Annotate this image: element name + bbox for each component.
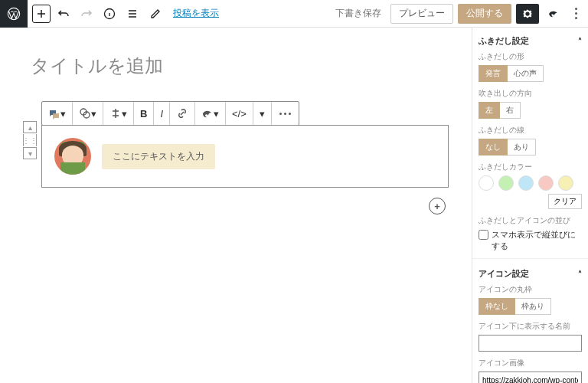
main-area: タイトルを追加 ▴ ⋮⋮ ▾ ▾ ▾ ▾ B I ▾ </> ▾: [0, 28, 588, 383]
wordpress-logo[interactable]: [0, 0, 28, 28]
color-swatch[interactable]: [518, 175, 534, 191]
color-swatch[interactable]: [538, 175, 554, 191]
shape-segmented: 発言 心の声: [479, 65, 582, 82]
block-type-icon[interactable]: ▾: [42, 102, 73, 125]
insert-block-button[interactable]: +: [429, 198, 446, 214]
panel-title: アイコン設定: [479, 268, 529, 280]
align-checkbox[interactable]: [479, 230, 488, 240]
move-up-button[interactable]: ▴: [23, 121, 37, 133]
editor-canvas: タイトルを追加 ▴ ⋮⋮ ▾ ▾ ▾ ▾ B I ▾ </> ▾: [0, 28, 472, 383]
color-reset-button[interactable]: クリア: [548, 194, 582, 209]
outline-icon[interactable]: [122, 4, 142, 24]
shape-opt-think[interactable]: 心の声: [508, 65, 544, 82]
icon-image-input[interactable]: [479, 372, 582, 383]
image-label: アイコン画像: [479, 358, 582, 368]
shape-label: ふきだしの形: [479, 51, 582, 62]
post-title-input[interactable]: タイトルを追加: [31, 54, 449, 78]
top-bar: 投稿を表示 下書き保存 プレビュー 公開する: [0, 0, 588, 28]
dir-opt-right[interactable]: 右: [500, 102, 521, 119]
frame-opt-none[interactable]: 枠なし: [479, 298, 515, 315]
color-swatch[interactable]: [498, 175, 514, 191]
line-label: ふきだしの線: [479, 125, 582, 136]
bold-button[interactable]: B: [134, 102, 154, 125]
direction-label: 吹き出しの方向: [479, 88, 582, 99]
add-block-icon[interactable]: [32, 5, 51, 23]
color-swatch[interactable]: [479, 175, 494, 191]
line-opt-none[interactable]: なし: [479, 139, 508, 155]
block-wrapper: ▴ ⋮⋮ ▾ ▾ ▾ ▾ B I ▾ </> ▾: [23, 101, 449, 188]
move-down-button[interactable]: ▾: [23, 147, 37, 159]
block-more-icon[interactable]: [272, 102, 299, 125]
dropdown-chevron-icon[interactable]: ▾: [253, 102, 272, 125]
align-checkbox-row[interactable]: スマホ表示で縦並びにする: [479, 229, 582, 252]
block-toolbar: ▾ ▾ ▾ B I ▾ </> ▾: [41, 101, 299, 126]
undo-icon[interactable]: [54, 4, 74, 24]
line-segmented: なし あり: [479, 139, 582, 155]
shape-opt-speak[interactable]: 発言: [479, 65, 508, 82]
save-draft-button[interactable]: 下書き保存: [331, 7, 386, 20]
chevron-up-icon: ˄: [578, 37, 582, 45]
bubble-text-input[interactable]: ここにテキストを入力: [102, 144, 215, 169]
align-icon[interactable]: ▾: [103, 102, 134, 125]
redo-icon: [77, 4, 96, 24]
panel-bubble-header[interactable]: ふきだし設定 ˄: [479, 32, 582, 51]
direction-segmented: 左 右: [479, 102, 582, 119]
view-post-link[interactable]: 投稿を表示: [173, 7, 219, 20]
topbar-left-tools: 投稿を表示: [28, 4, 219, 24]
edit-icon[interactable]: [145, 4, 165, 24]
theme-icon[interactable]: [544, 4, 564, 24]
panel-icon-header[interactable]: アイコン設定 ˄: [479, 265, 582, 284]
code-button[interactable]: </>: [226, 102, 253, 125]
block-mover: ▴ ⋮⋮ ▾: [23, 101, 37, 188]
settings-sidebar: ふきだし設定 ˄ ふきだしの形 発言 心の声 吹き出しの方向 左 右 ふきだしの…: [472, 28, 588, 383]
icon-name-input[interactable]: [479, 335, 582, 352]
block-area: ▾ ▾ ▾ B I ▾ </> ▾ ここにテキストを入力: [41, 101, 449, 188]
more-menu-icon[interactable]: [568, 8, 583, 19]
swallow-style-icon[interactable]: ▾: [195, 102, 226, 125]
align-label: ふきだしとアイコンの並び: [479, 215, 582, 226]
italic-button[interactable]: I: [154, 102, 170, 125]
color-label: ふきだしカラー: [479, 162, 582, 172]
dir-opt-left[interactable]: 左: [479, 102, 500, 119]
frame-segmented: 枠なし 枠あり: [479, 298, 582, 315]
align-checkbox-label: スマホ表示で縦並びにする: [492, 229, 582, 252]
color-swatch[interactable]: [558, 175, 573, 191]
publish-button[interactable]: 公開する: [458, 4, 511, 24]
topbar-right-tools: 下書き保存 プレビュー 公開する: [331, 4, 588, 24]
panel-title: ふきだし設定: [479, 35, 529, 47]
speech-bubble-block[interactable]: ここにテキストを入力: [41, 125, 449, 188]
avatar-image[interactable]: [54, 138, 91, 175]
frame-label: アイコンの丸枠: [479, 284, 582, 295]
link-button[interactable]: [170, 102, 195, 125]
settings-gear-button[interactable]: [516, 4, 539, 24]
chevron-up-icon: ˄: [578, 270, 582, 278]
frame-opt-yes[interactable]: 枠あり: [515, 298, 551, 315]
color-swatches: [479, 175, 582, 191]
info-icon[interactable]: [100, 4, 119, 24]
line-opt-yes[interactable]: あり: [508, 139, 536, 155]
preview-button[interactable]: プレビュー: [390, 4, 453, 24]
drag-handle[interactable]: ⋮⋮: [23, 134, 37, 146]
name-label: アイコン下に表示する名前: [479, 321, 582, 332]
style-icon[interactable]: ▾: [73, 102, 103, 125]
